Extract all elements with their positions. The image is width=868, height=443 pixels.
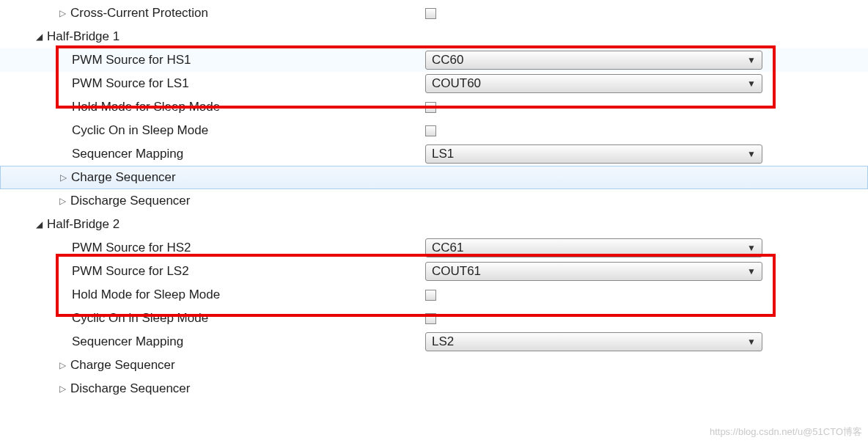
- row-label: Hold Mode for Sleep Mode: [72, 100, 220, 114]
- row-label: PWM Source for LS1: [72, 76, 189, 91]
- row-label: Cross-Current Protection: [70, 6, 208, 21]
- checkbox[interactable]: [425, 8, 436, 19]
- checkbox[interactable]: [425, 313, 436, 324]
- expand-icon[interactable]: ▷: [57, 196, 67, 206]
- row-label: PWM Source for HS1: [72, 53, 191, 67]
- tree-row-hb1-pwm-ls1[interactable]: PWM Source for LS1 COUT60 ▼: [0, 72, 868, 95]
- tree-row-half-bridge-2[interactable]: ◢ Half-Bridge 2: [0, 213, 868, 236]
- tree-row-hb2-discharge-seq[interactable]: ▷ Discharge Sequencer: [0, 377, 868, 400]
- chevron-down-icon: ▼: [747, 243, 756, 253]
- tree-row-hb1-seq-mapping[interactable]: Sequencer Mapping LS1 ▼: [0, 142, 868, 166]
- tree-row-hb1-charge-seq[interactable]: ▷ Charge Sequencer: [0, 166, 868, 189]
- row-label: Discharge Sequencer: [70, 381, 190, 396]
- dropdown-hb2-seqmap[interactable]: LS2 ▼: [425, 332, 762, 351]
- watermark: https://blog.csdn.net/u@51CTO博客: [710, 425, 862, 439]
- tree-row-hb2-hold-mode[interactable]: Hold Mode for Sleep Mode: [0, 283, 868, 307]
- dropdown-hb1-seqmap[interactable]: LS1 ▼: [425, 144, 762, 164]
- row-label: Cyclic On in Sleep Mode: [72, 123, 208, 138]
- tree-row-hb2-pwm-ls2[interactable]: PWM Source for LS2 COUT61 ▼: [0, 260, 868, 283]
- tree-row-hb2-pwm-hs2[interactable]: PWM Source for HS2 CC61 ▼: [0, 236, 868, 260]
- row-label: Half-Bridge 2: [47, 217, 119, 232]
- row-label: Charge Sequencer: [71, 170, 176, 185]
- tree-row-hb2-charge-seq[interactable]: ▷ Charge Sequencer: [0, 354, 868, 377]
- checkbox[interactable]: [425, 290, 436, 301]
- row-label: Cyclic On in Sleep Mode: [72, 311, 208, 326]
- collapse-icon[interactable]: ◢: [34, 219, 44, 230]
- dropdown-value: LS2: [432, 334, 454, 349]
- config-tree: ▷ Cross-Current Protection ◢ Half-Bridge…: [0, 0, 868, 402]
- chevron-down-icon: ▼: [747, 55, 756, 65]
- row-label: Sequencer Mapping: [72, 147, 183, 161]
- expand-icon[interactable]: ▷: [58, 172, 68, 183]
- row-label: PWM Source for HS2: [72, 241, 191, 255]
- tree-row-hb1-discharge-seq[interactable]: ▷ Discharge Sequencer: [0, 189, 868, 213]
- dropdown-hb2-ls[interactable]: COUT61 ▼: [425, 262, 762, 281]
- dropdown-value: CC60: [432, 53, 463, 67]
- tree-row-hb2-seq-mapping[interactable]: Sequencer Mapping LS2 ▼: [0, 330, 868, 354]
- tree-row-hb1-hold-mode[interactable]: Hold Mode for Sleep Mode: [0, 95, 868, 119]
- checkbox[interactable]: [425, 102, 436, 113]
- chevron-down-icon: ▼: [747, 78, 756, 89]
- expand-icon[interactable]: ▷: [57, 384, 67, 394]
- dropdown-value: COUT61: [432, 264, 481, 279]
- row-label: Charge Sequencer: [70, 358, 175, 373]
- tree-row-half-bridge-1[interactable]: ◢ Half-Bridge 1: [0, 25, 868, 48]
- chevron-down-icon: ▼: [747, 149, 756, 159]
- dropdown-value: CC61: [432, 241, 463, 255]
- chevron-down-icon: ▼: [747, 337, 756, 347]
- tree-row-cross-current[interactable]: ▷ Cross-Current Protection: [0, 1, 868, 25]
- dropdown-hb1-hs[interactable]: CC60 ▼: [425, 51, 762, 70]
- row-label: Discharge Sequencer: [70, 194, 190, 208]
- dropdown-value: LS1: [432, 147, 454, 161]
- row-label: Hold Mode for Sleep Mode: [72, 288, 220, 302]
- dropdown-hb1-ls[interactable]: COUT60 ▼: [425, 74, 762, 93]
- collapse-icon[interactable]: ◢: [34, 32, 44, 42]
- row-label: Sequencer Mapping: [72, 334, 183, 349]
- expand-icon[interactable]: ▷: [57, 8, 67, 18]
- expand-icon[interactable]: ▷: [57, 360, 67, 370]
- dropdown-hb2-hs[interactable]: CC61 ▼: [425, 238, 762, 257]
- row-label: PWM Source for LS2: [72, 264, 189, 279]
- tree-row-hb1-cyclic[interactable]: Cyclic On in Sleep Mode: [0, 119, 868, 142]
- tree-row-hb1-pwm-hs1[interactable]: PWM Source for HS1 CC60 ▼: [0, 48, 868, 72]
- tree-row-hb2-cyclic[interactable]: Cyclic On in Sleep Mode: [0, 307, 868, 330]
- row-label: Half-Bridge 1: [47, 29, 119, 44]
- chevron-down-icon: ▼: [747, 266, 756, 277]
- dropdown-value: COUT60: [432, 76, 481, 91]
- checkbox[interactable]: [425, 125, 436, 136]
